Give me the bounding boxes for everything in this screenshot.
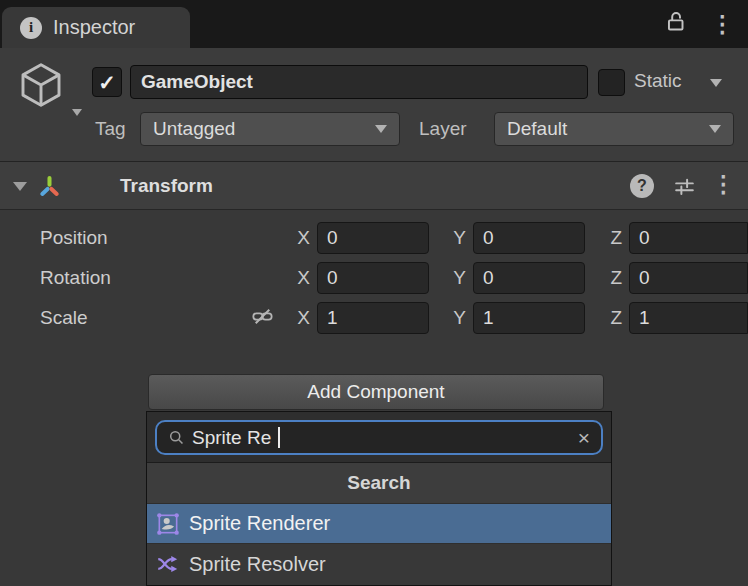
result-label: Sprite Renderer bbox=[189, 512, 330, 535]
position-z-field[interactable] bbox=[629, 222, 748, 254]
tag-dropdown-arrow-icon bbox=[375, 125, 387, 133]
position-row: Position X Y Z bbox=[0, 218, 748, 258]
checkmark-icon: ✓ bbox=[98, 72, 116, 93]
layer-label: Layer bbox=[419, 118, 467, 140]
axis-x-label: X bbox=[288, 267, 310, 289]
gameobject-cube-icon[interactable] bbox=[14, 58, 68, 116]
axis-x-label: X bbox=[288, 307, 310, 329]
gameobject-header: ✓ Static Tag Untagged Layer Default bbox=[0, 48, 748, 161]
position-label: Position bbox=[40, 227, 240, 249]
rotation-z-field[interactable] bbox=[629, 262, 748, 294]
axis-z-label: Z bbox=[600, 307, 622, 329]
presets-icon[interactable] bbox=[672, 174, 697, 203]
scale-y-field[interactable] bbox=[473, 302, 585, 334]
help-icon[interactable]: ? bbox=[630, 174, 654, 198]
component-search-input[interactable]: Sprite Re × bbox=[155, 420, 603, 455]
add-component-label: Add Component bbox=[307, 381, 444, 403]
transform-menu-kebab-icon[interactable]: ⋮ bbox=[712, 173, 735, 196]
axis-y-label: Y bbox=[444, 307, 466, 329]
gameobject-name-field[interactable] bbox=[130, 65, 588, 99]
search-section-header: Search bbox=[147, 463, 611, 504]
result-sprite-renderer[interactable]: Sprite Renderer bbox=[147, 504, 611, 544]
tag-value: Untagged bbox=[153, 118, 235, 140]
transform-body: Position X Y Z Rotation X Y Z Scale bbox=[0, 210, 748, 347]
layer-value: Default bbox=[507, 118, 567, 140]
scale-x-field[interactable] bbox=[317, 302, 429, 334]
tag-label: Tag bbox=[95, 118, 126, 140]
sprite-renderer-icon bbox=[155, 511, 181, 537]
unlock-icon[interactable] bbox=[663, 9, 689, 39]
axis-y-label: Y bbox=[444, 227, 466, 249]
rotation-row: Rotation X Y Z bbox=[0, 258, 748, 298]
tab-menu-kebab-icon[interactable]: ⋮ bbox=[711, 13, 734, 36]
transform-title: Transform bbox=[120, 175, 213, 197]
scale-z-field[interactable] bbox=[629, 302, 748, 334]
foldout-arrow-icon[interactable] bbox=[13, 182, 27, 191]
sprite-resolver-icon bbox=[155, 551, 181, 577]
static-checkbox[interactable] bbox=[598, 69, 625, 96]
rotation-x-field[interactable] bbox=[317, 262, 429, 294]
gameobject-icon-dropdown-icon[interactable] bbox=[72, 109, 82, 116]
active-checkbox[interactable]: ✓ bbox=[92, 67, 122, 97]
axis-z-label: Z bbox=[600, 267, 622, 289]
search-row: Sprite Re × bbox=[147, 412, 611, 463]
layer-dropdown-arrow-icon bbox=[709, 125, 721, 133]
layer-dropdown[interactable]: Default bbox=[494, 112, 734, 146]
clear-search-icon[interactable]: × bbox=[578, 427, 590, 448]
transform-component-header[interactable]: Transform ? ⋮ bbox=[0, 161, 748, 210]
search-query-text: Sprite Re bbox=[192, 427, 271, 449]
search-icon bbox=[168, 429, 185, 446]
static-dropdown-icon[interactable] bbox=[710, 79, 722, 87]
position-x-field[interactable] bbox=[317, 222, 429, 254]
scale-label: Scale bbox=[40, 307, 240, 329]
add-component-popup: Sprite Re × Search Sprite Renderer bbox=[146, 411, 612, 586]
transform-gizmo-icon bbox=[36, 173, 63, 204]
result-label: Sprite Resolver bbox=[189, 553, 326, 576]
search-section-title: Search bbox=[347, 472, 410, 494]
tab-title: Inspector bbox=[53, 16, 135, 39]
static-label: Static bbox=[634, 70, 682, 92]
tag-dropdown[interactable]: Untagged bbox=[140, 112, 400, 146]
axis-x-label: X bbox=[288, 227, 310, 249]
tab-inspector[interactable]: i Inspector bbox=[2, 7, 190, 48]
position-y-field[interactable] bbox=[473, 222, 585, 254]
text-caret bbox=[278, 427, 280, 448]
scale-row: Scale X Y Z bbox=[0, 298, 748, 338]
result-sprite-resolver[interactable]: Sprite Resolver bbox=[147, 544, 611, 584]
add-component-button[interactable]: Add Component bbox=[148, 374, 604, 410]
rotation-y-field[interactable] bbox=[473, 262, 585, 294]
unlink-constraint-icon[interactable] bbox=[250, 304, 275, 333]
axis-z-label: Z bbox=[600, 227, 622, 249]
axis-y-label: Y bbox=[444, 267, 466, 289]
rotation-label: Rotation bbox=[40, 267, 240, 289]
tab-bar: i Inspector ⋮ bbox=[0, 0, 748, 48]
info-icon: i bbox=[20, 17, 42, 39]
